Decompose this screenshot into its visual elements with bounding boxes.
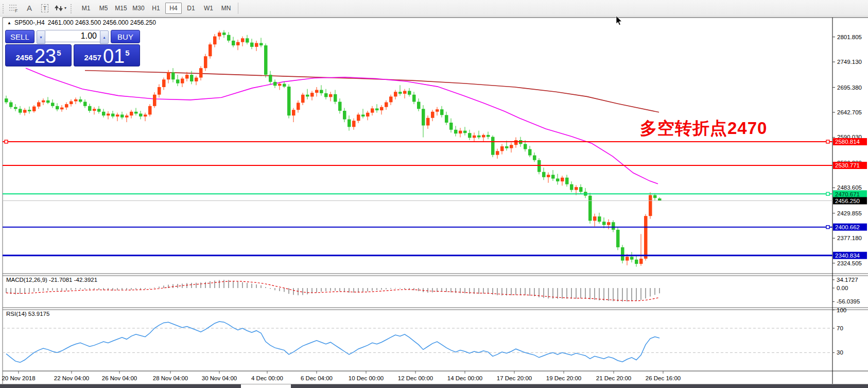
svg-text:21 Dec 20:00: 21 Dec 20:00 — [596, 375, 631, 381]
sell-button[interactable]: SELL — [5, 30, 34, 43]
horizontal-lines[interactable] — [3, 140, 832, 256]
volume-increase-button[interactable]: ▴ — [100, 30, 109, 44]
svg-text:2483.605: 2483.605 — [837, 184, 862, 191]
svg-text:2470.671: 2470.671 — [835, 191, 860, 197]
time-axis: 20 Nov 201822 Nov 04:0026 Nov 04:0028 No… — [2, 371, 681, 381]
mt4-terminal: F A T ▾ M1M5M15M30H1H4D1W1MN ▲ SP500-,H4… — [0, 0, 868, 388]
svg-text:12 Dec 00:00: 12 Dec 00:00 — [398, 375, 433, 381]
collapse-panel-icon[interactable]: ▲ — [7, 21, 11, 25]
sell-price-pip: 5 — [57, 48, 61, 57]
svg-text:2429.855: 2429.855 — [837, 210, 862, 216]
svg-text:34.1727: 34.1727 — [837, 277, 858, 283]
svg-text:2749.130: 2749.130 — [837, 59, 862, 65]
volume-input[interactable] — [45, 30, 100, 42]
svg-text:19 Dec 20:00: 19 Dec 20:00 — [546, 375, 581, 381]
rsi-label: RSI(14) 53.9175 — [6, 311, 49, 317]
price-axis: 2801.8052749.1302695.3802642.7052590.030… — [832, 34, 867, 266]
svg-text:0.00: 0.00 — [837, 285, 848, 291]
svg-text:14 Dec 00:00: 14 Dec 00:00 — [447, 375, 482, 381]
svg-text:2324.505: 2324.505 — [837, 260, 862, 266]
chart-annotation-text: 多空转折点2470 — [640, 117, 767, 140]
symbol-title: SP500-,H4 — [14, 19, 45, 26]
sell-price-display[interactable]: 2456 23 5 — [5, 44, 72, 66]
bottom-panel-edge-right — [291, 384, 868, 388]
sell-price-handle: 2456 — [16, 53, 33, 62]
svg-text:26 Nov 04:00: 26 Nov 04:00 — [102, 375, 137, 381]
buy-price-pip: 5 — [125, 48, 129, 57]
svg-text:4 Dec 00:00: 4 Dec 00:00 — [251, 375, 283, 381]
svg-text:30: 30 — [837, 349, 843, 356]
rsi-line — [6, 322, 659, 362]
macd-signal-line — [6, 281, 659, 301]
svg-text:17 Dec 20:00: 17 Dec 20:00 — [497, 375, 532, 381]
svg-text:70: 70 — [837, 325, 843, 331]
one-click-trading-panel: SELL ▾ ▴ BUY 2456 23 5 2457 01 5 — [5, 30, 140, 66]
svg-text:2530.771: 2530.771 — [835, 162, 860, 168]
svg-text:30 Nov 04:00: 30 Nov 04:00 — [202, 375, 237, 381]
buy-button[interactable]: BUY — [111, 30, 140, 43]
macd-pane: 34.17270.00-56.0395 — [6, 277, 860, 305]
svg-text:6 Dec 04:00: 6 Dec 04:00 — [301, 375, 333, 381]
svg-text:100: 100 — [837, 307, 846, 313]
svg-text:2340.834: 2340.834 — [835, 252, 860, 259]
buy-price-big: 01 — [103, 48, 125, 64]
bottom-panel-edge-left — [0, 384, 241, 388]
svg-text:2377.180: 2377.180 — [837, 235, 862, 241]
svg-text:2642.705: 2642.705 — [837, 109, 862, 115]
svg-text:26 Dec 16:00: 26 Dec 16:00 — [646, 375, 681, 381]
macd-label: MACD(12,26,9) -21.7081 -42.3921 — [6, 277, 97, 283]
svg-text:10 Dec 00:00: 10 Dec 00:00 — [349, 375, 384, 381]
ohlc-values: 2461.000 2463.500 2456.000 2456.250 — [48, 19, 156, 26]
volume-decrease-button[interactable]: ▾ — [37, 30, 45, 44]
svg-text:2456.250: 2456.250 — [835, 198, 860, 204]
buy-price-display[interactable]: 2457 01 5 — [74, 44, 140, 66]
buy-price-handle: 2457 — [84, 53, 101, 62]
svg-text:22 Nov 04:00: 22 Nov 04:00 — [54, 375, 89, 381]
svg-text:20 Nov 2018: 20 Nov 2018 — [2, 375, 35, 381]
svg-text:2580.814: 2580.814 — [835, 139, 860, 145]
chart-header: ▲ SP500-,H4 2461.000 2463.500 2456.000 2… — [7, 19, 156, 26]
svg-text:2801.805: 2801.805 — [837, 34, 862, 40]
sell-price-big: 23 — [34, 48, 56, 64]
moving-averages — [26, 68, 659, 184]
svg-text:2400.662: 2400.662 — [835, 224, 860, 230]
rsi-pane: 1007030 — [3, 307, 846, 363]
svg-text:-56.0395: -56.0395 — [837, 298, 860, 305]
svg-text:28 Nov 04:00: 28 Nov 04:00 — [153, 375, 188, 381]
svg-text:2695.380: 2695.380 — [837, 85, 862, 91]
